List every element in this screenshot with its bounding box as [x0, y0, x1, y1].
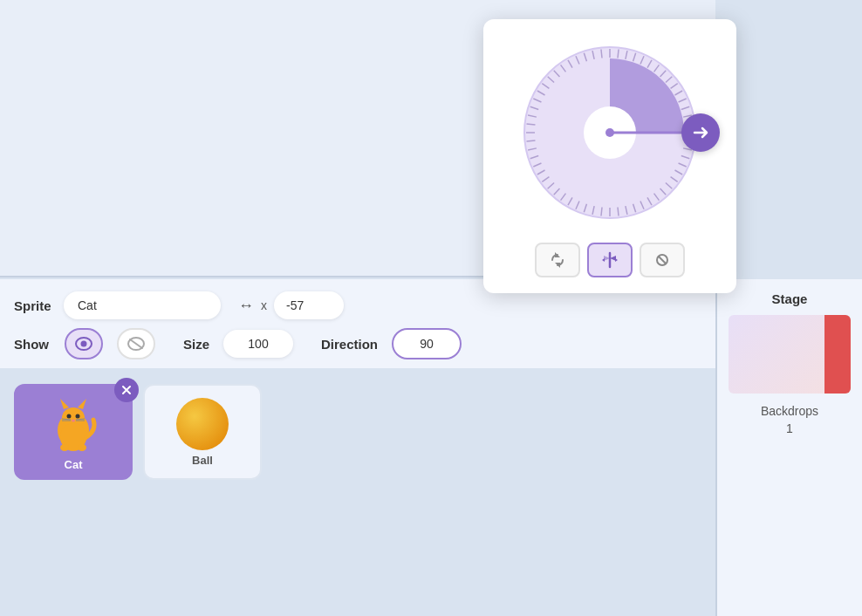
stage-thumbnail[interactable]	[729, 315, 851, 394]
show-label: Show	[14, 337, 51, 352]
svg-point-68	[81, 341, 87, 347]
ball-sprite-image	[176, 398, 229, 450]
popup-controls	[501, 243, 719, 277]
flip-horizontal-button[interactable]	[587, 243, 633, 277]
dial-wrapper	[514, 37, 706, 229]
sprite-label: Sprite	[14, 298, 53, 313]
svg-line-2	[618, 50, 619, 58]
direction-arrow-button[interactable]	[681, 113, 720, 152]
svg-point-77	[72, 419, 75, 421]
svg-marker-74	[78, 399, 86, 409]
svg-line-32	[601, 208, 602, 216]
sprite-name-input[interactable]	[64, 291, 221, 319]
svg-line-30	[618, 208, 619, 216]
svg-marker-73	[60, 399, 69, 409]
stage-thumb-red-stripe	[824, 315, 851, 394]
svg-line-66	[659, 257, 666, 264]
size-input[interactable]	[223, 330, 293, 358]
svg-line-45	[527, 140, 536, 141]
backdrops-count: 1	[786, 421, 793, 435]
props-row: Show Size Direction	[14, 328, 701, 359]
no-rotate-button[interactable]	[640, 243, 685, 277]
sprite-row: Sprite ↔ x	[14, 291, 701, 319]
direction-input[interactable]	[392, 328, 462, 359]
show-hidden-button[interactable]	[117, 328, 155, 359]
xy-group: ↔ x	[238, 291, 344, 319]
direction-label: Direction	[321, 337, 378, 352]
sprite-thumb-ball[interactable]: Ball	[143, 384, 262, 480]
rotate-button[interactable]	[535, 243, 580, 277]
cat-label: Cat	[65, 458, 83, 471]
x-label: x	[261, 298, 267, 312]
ball-label: Ball	[192, 454, 213, 467]
sprite-list: Cat Ball	[0, 375, 715, 489]
show-visible-button[interactable]	[65, 328, 103, 359]
backdrops-label: Backdrops	[761, 404, 818, 418]
size-label: Size	[183, 337, 209, 352]
svg-line-70	[130, 339, 142, 348]
svg-point-75	[67, 414, 72, 418]
svg-line-60	[601, 50, 602, 58]
direction-popup	[483, 19, 736, 293]
arrows-icon: ↔	[238, 297, 254, 315]
x-input[interactable]	[274, 291, 344, 319]
stage-label: Stage	[772, 291, 808, 306]
svg-line-47	[527, 124, 536, 125]
svg-point-80	[78, 444, 86, 451]
stage-panel: Stage Backdrops 1	[715, 279, 862, 616]
svg-point-79	[60, 444, 69, 451]
svg-point-76	[76, 414, 80, 418]
cat-sprite-image	[43, 394, 104, 455]
direction-dial[interactable]	[514, 37, 706, 229]
sprite-thumb-cat[interactable]: Cat	[14, 384, 133, 480]
delete-sprite-button[interactable]	[114, 378, 139, 402]
dial-container	[501, 37, 719, 229]
